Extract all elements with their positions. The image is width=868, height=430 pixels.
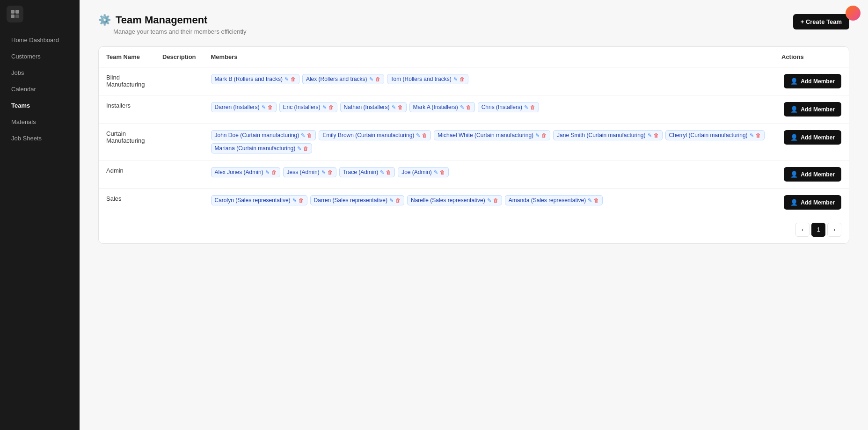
member-delete-button[interactable]: 🗑 [654,132,659,138]
team-actions-cell: 👤 Add Member [774,160,849,189]
team-members-cell: John Doe (Curtain manufacturing)✎🗑Emily … [204,124,774,160]
member-edit-button[interactable]: ✎ [380,169,384,175]
svg-rect-3 [15,15,19,18]
member-edit-button[interactable]: ✎ [262,104,266,110]
team-table-container: Team Name Description Members Actions Bl… [98,46,849,244]
member-delete-button[interactable]: 🗑 [530,104,535,110]
member-edit-button[interactable]: ✎ [292,197,297,204]
sidebar-item-jobs[interactable]: Jobs [4,65,76,80]
sidebar-item-job-sheets[interactable]: Job Sheets [4,131,76,146]
member-edit-button[interactable]: ✎ [301,132,305,138]
member-delete-button[interactable]: 🗑 [756,132,761,138]
member-edit-button[interactable]: ✎ [453,76,458,82]
member-edit-button[interactable]: ✎ [297,146,301,152]
member-tag-label: Darren (Installers) [215,104,260,110]
member-edit-button[interactable]: ✎ [389,197,394,204]
main-content: ⚙️ Team Management Manage your teams and… [80,0,868,430]
team-description-cell [155,189,204,217]
member-tag: Emily Brown (Curtain manufacturing)✎🗑 [319,130,431,140]
add-member-button-sales[interactable]: 👤 Add Member [784,195,841,210]
team-members-cell: Mark B (Rollers and tracks)✎🗑Alex (Rolle… [204,67,774,95]
member-delete-button[interactable]: 🗑 [422,132,427,138]
add-member-button-admin[interactable]: 👤 Add Member [784,167,841,182]
member-tag-label: Trace (Admin) [343,169,379,175]
page-title: ⚙️ Team Management [98,14,246,26]
member-delete-button[interactable]: 🗑 [307,132,312,138]
member-edit-button[interactable]: ✎ [434,169,438,175]
member-edit-button[interactable]: ✎ [392,104,396,110]
team-name-cell: Admin [99,160,155,189]
user-plus-icon: 👤 [790,199,798,206]
member-delete-button[interactable]: 🗑 [460,76,465,82]
member-delete-button[interactable]: 🗑 [440,169,445,175]
sidebar-nav: Home Dashboard Customers Jobs Calendar T… [0,28,80,150]
prev-page-button[interactable]: ‹ [795,223,810,237]
member-edit-button[interactable]: ✎ [265,169,270,175]
member-tag: Mark B (Rollers and tracks)✎🗑 [211,74,299,84]
member-delete-button[interactable]: 🗑 [268,104,273,110]
team-actions-cell: 👤 Add Member [774,67,849,95]
sidebar-item-materials[interactable]: Materials [4,114,76,130]
team-actions-cell: 👤 Add Member [774,189,849,217]
member-edit-button[interactable]: ✎ [321,169,326,175]
member-delete-button[interactable]: 🗑 [291,76,296,82]
sidebar-item-teams[interactable]: Teams [4,98,76,113]
member-tag: Tom (Rollers and tracks)✎🗑 [387,74,468,84]
member-delete-button[interactable]: 🗑 [303,146,308,151]
col-members: Members [204,47,774,67]
member-edit-button[interactable]: ✎ [416,132,420,138]
member-tag-label: Jane Smith (Curtain manufacturing) [557,132,645,138]
page-header: ⚙️ Team Management Manage your teams and… [98,14,849,35]
team-description-cell [155,67,204,95]
member-tag: Joe (Admin)✎🗑 [398,167,449,177]
svg-rect-1 [15,10,19,14]
member-edit-button[interactable]: ✎ [648,132,652,138]
team-name-cell: Sales [99,189,155,217]
member-tag: Carolyn (Sales representative)✎🗑 [211,195,307,205]
member-edit-button[interactable]: ✎ [524,104,528,110]
member-tag: Mariana (Curtain manufacturing)✎🗑 [211,143,313,153]
member-delete-button[interactable]: 🗑 [493,197,498,203]
sidebar-item-customers[interactable]: Customers [4,49,76,64]
member-delete-button[interactable]: 🗑 [398,104,403,110]
members-grid: Alex Jones (Admin)✎🗑Jess (Admin)✎🗑Trace … [211,167,766,177]
add-member-button-blind-manufacturing[interactable]: 👤 Add Member [784,74,841,88]
page-1-button[interactable]: 1 [811,223,825,237]
member-delete-button[interactable]: 🗑 [466,104,471,110]
member-tag-label: Eric (Installers) [283,104,321,110]
member-tag: Eric (Installers)✎🗑 [279,102,337,112]
member-edit-button[interactable]: ✎ [487,197,491,204]
create-team-button[interactable]: + Create Team [793,14,849,29]
sidebar-item-calendar[interactable]: Calendar [4,81,76,97]
col-description: Description [155,47,204,67]
next-page-button[interactable]: › [827,223,841,237]
member-tag: Alex Jones (Admin)✎🗑 [211,167,280,177]
sidebar-item-home-dashboard[interactable]: Home Dashboard [4,32,76,48]
member-delete-button[interactable]: 🗑 [299,197,304,203]
member-tag: Darren (Installers)✎🗑 [211,102,277,112]
member-edit-button[interactable]: ✎ [535,132,540,138]
member-delete-button[interactable]: 🗑 [395,197,401,203]
member-delete-button[interactable]: 🗑 [328,169,333,175]
members-grid: Darren (Installers)✎🗑Eric (Installers)✎🗑… [211,102,766,112]
member-delete-button[interactable]: 🗑 [375,76,380,82]
add-member-button-installers[interactable]: 👤 Add Member [784,102,841,117]
member-edit-button[interactable]: ✎ [322,104,327,110]
member-tag-label: Amanda (Sales representative) [509,197,586,204]
svg-rect-0 [11,10,15,14]
member-delete-button[interactable]: 🗑 [386,169,391,175]
member-edit-button[interactable]: ✎ [460,104,464,110]
member-edit-button[interactable]: ✎ [284,76,289,82]
member-delete-button[interactable]: 🗑 [271,169,277,175]
member-tag-label: Jess (Admin) [287,169,320,175]
team-name-cell: Curtain Manufacturing [99,124,155,160]
team-description-cell [155,95,204,124]
member-edit-button[interactable]: ✎ [750,132,754,138]
member-edit-button[interactable]: ✎ [588,197,592,204]
member-delete-button[interactable]: 🗑 [541,132,547,138]
member-delete-button[interactable]: 🗑 [328,104,334,110]
team-description-cell [155,160,204,189]
member-edit-button[interactable]: ✎ [369,76,373,82]
member-delete-button[interactable]: 🗑 [594,197,599,203]
add-member-button-curtain-manufacturing[interactable]: 👤 Add Member [784,130,841,145]
